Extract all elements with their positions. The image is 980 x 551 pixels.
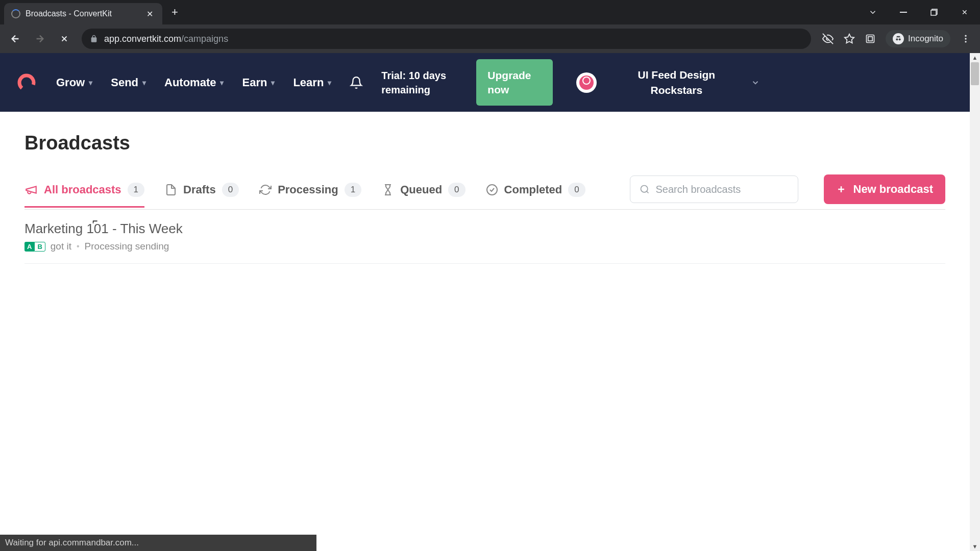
svg-point-13 <box>641 186 647 192</box>
scroll-up-icon[interactable]: ▲ <box>970 53 980 62</box>
nav-automate[interactable]: Automate▾ <box>164 76 224 89</box>
window-controls: ✕ <box>857 0 980 24</box>
browser-tab-strip: Broadcasts - ConvertKit ✕ + ✕ <box>0 0 980 24</box>
eye-off-icon[interactable] <box>822 33 834 44</box>
svg-rect-4 <box>867 35 874 43</box>
notifications-bell-icon[interactable] <box>350 76 363 89</box>
app-navbar: Grow▾ Send▾ Automate▾ Earn▾ Learn▾ Trial… <box>0 53 970 112</box>
loading-spinner-icon <box>11 9 20 18</box>
scrollbar[interactable]: ▲ ▼ <box>970 53 980 551</box>
upgrade-button[interactable]: Upgrade now <box>476 59 553 106</box>
nav-earn[interactable]: Earn▾ <box>242 76 275 89</box>
broadcast-title: Marketing 101 - This Week ⌐ <box>24 221 945 237</box>
hourglass-icon <box>382 184 394 196</box>
nav-send[interactable]: Send▾ <box>111 76 146 89</box>
tab-completed[interactable]: Completed 0 <box>486 177 585 207</box>
tab-count: 0 <box>448 183 465 197</box>
new-broadcast-button[interactable]: New broadcast <box>824 174 946 204</box>
svg-marker-3 <box>845 34 854 43</box>
account-name: UI Feed Design Rockstars <box>630 67 722 97</box>
broadcast-row[interactable]: Marketing 101 - This Week ⌐ AB got it • … <box>24 210 945 264</box>
svg-point-7 <box>899 38 901 40</box>
back-button[interactable] <box>5 29 26 49</box>
forward-button[interactable] <box>30 29 50 49</box>
browser-status-bar: Waiting for api.commandbar.com... <box>0 535 316 551</box>
tab-label: Processing <box>278 183 338 196</box>
tab-count: 0 <box>568 183 585 197</box>
close-tab-icon[interactable]: ✕ <box>144 9 155 19</box>
page-content: Broadcasts All broadcasts 1 Drafts 0 Pro… <box>0 112 970 284</box>
tab-count: 1 <box>345 183 361 197</box>
refresh-icon <box>259 184 272 196</box>
check-circle-icon <box>486 184 498 196</box>
tab-all-broadcasts[interactable]: All broadcasts 1 <box>24 177 144 207</box>
tab-label: Queued <box>400 183 442 196</box>
convertkit-logo[interactable] <box>15 71 38 94</box>
file-icon <box>165 184 177 196</box>
tab-processing[interactable]: Processing 1 <box>259 177 361 207</box>
chevron-down-icon: ▾ <box>220 79 224 87</box>
filter-tabs: All broadcasts 1 Drafts 0 Processing 1 Q… <box>24 174 945 210</box>
tab-label: All broadcasts <box>44 183 121 196</box>
tab-label: Completed <box>504 183 562 196</box>
svg-line-14 <box>646 191 648 193</box>
avatar[interactable] <box>576 72 597 93</box>
svg-point-10 <box>965 41 966 42</box>
search-box[interactable] <box>630 176 798 203</box>
bookmark-star-icon[interactable] <box>844 33 855 44</box>
nav-learn[interactable]: Learn▾ <box>293 76 331 89</box>
tab-label: Drafts <box>183 183 216 196</box>
svg-point-6 <box>896 38 898 40</box>
svg-point-9 <box>965 38 966 39</box>
lock-icon <box>90 35 98 43</box>
plus-icon <box>836 184 846 194</box>
nav-grow[interactable]: Grow▾ <box>56 76 92 89</box>
broadcast-subject: got it <box>51 241 71 252</box>
new-tab-button[interactable]: + <box>162 6 187 19</box>
trial-status: Trial: 10 days remaining <box>381 68 458 97</box>
chevron-down-icon: ▾ <box>328 79 331 87</box>
menu-dots-icon[interactable] <box>961 34 971 44</box>
tab-count: 1 <box>128 183 144 197</box>
tab-queued[interactable]: Queued 0 <box>382 177 465 207</box>
svg-rect-5 <box>868 37 872 41</box>
svg-rect-2 <box>931 10 936 15</box>
scrollbar-thumb[interactable] <box>971 62 979 85</box>
page-title: Broadcasts <box>24 132 945 154</box>
close-window-icon[interactable]: ✕ <box>949 2 980 22</box>
tab-title: Broadcasts - ConvertKit <box>26 9 139 18</box>
account-menu-chevron[interactable] <box>751 78 760 87</box>
toolbar-icons: Incognito <box>818 30 975 47</box>
tab-count: 0 <box>222 183 239 197</box>
browser-toolbar: app.convertkit.com/campaigns Incognito <box>0 24 980 53</box>
chevron-down-icon: ▾ <box>271 79 275 87</box>
svg-point-8 <box>965 35 966 37</box>
stop-reload-button[interactable] <box>54 29 75 49</box>
tab-search-icon[interactable] <box>857 2 888 22</box>
app-content: Grow▾ Send▾ Automate▾ Earn▾ Learn▾ Trial… <box>0 53 970 551</box>
megaphone-icon <box>24 183 38 196</box>
search-icon <box>640 184 650 194</box>
broadcast-meta: AB got it • Processing sending <box>24 241 945 252</box>
incognito-badge[interactable]: Incognito <box>886 30 950 47</box>
address-bar[interactable]: app.convertkit.com/campaigns <box>82 29 811 49</box>
maximize-icon[interactable] <box>919 2 949 22</box>
svg-point-12 <box>487 185 497 195</box>
tab-drafts[interactable]: Drafts 0 <box>165 177 239 207</box>
incognito-icon <box>893 33 904 44</box>
search-input[interactable] <box>656 184 789 195</box>
browser-tab[interactable]: Broadcasts - ConvertKit ✕ <box>4 3 162 24</box>
broadcast-status: Processing sending <box>85 241 169 252</box>
scroll-down-icon[interactable]: ▼ <box>970 542 980 551</box>
minimize-icon[interactable] <box>888 2 919 22</box>
svg-rect-0 <box>900 12 907 13</box>
viewport: Grow▾ Send▾ Automate▾ Earn▾ Learn▾ Trial… <box>0 53 980 551</box>
chevron-down-icon: ▾ <box>142 79 146 87</box>
extensions-icon[interactable] <box>865 34 875 44</box>
svg-point-11 <box>16 72 36 92</box>
url-text: app.convertkit.com/campaigns <box>104 34 228 44</box>
ab-test-badge: AB <box>24 242 45 252</box>
chevron-down-icon: ▾ <box>89 79 92 87</box>
